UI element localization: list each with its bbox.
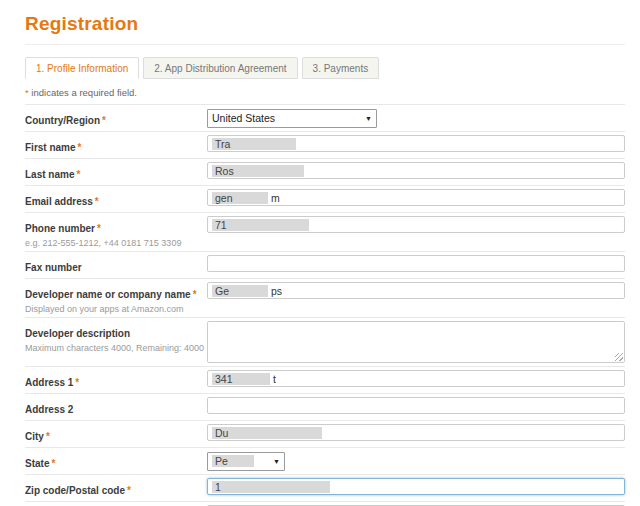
field-label: Address 2 (25, 404, 73, 415)
field-label: Zip code/Postal code (25, 485, 125, 496)
field-label: Address 1 (25, 377, 73, 388)
required-asterisk: * (76, 169, 80, 180)
redacted-value: Ge (212, 285, 268, 297)
required-asterisk: * (78, 142, 82, 153)
phone-number-input[interactable]: 71 (207, 216, 625, 233)
address-2-input[interactable] (207, 397, 625, 414)
field-control-cell: 341t (207, 369, 625, 387)
field-control-cell (207, 320, 625, 363)
form-row-phone-number: Phone number* e.g. 212-555-1212, +44 018… (25, 212, 625, 251)
redacted-value: 1 (212, 481, 330, 493)
required-asterisk: * (97, 223, 101, 234)
chevron-down-icon: ▼ (365, 115, 372, 122)
registration-page: Registration 1. Profile Information2. Ap… (25, 13, 625, 506)
redacted-value: Tra (212, 138, 296, 150)
field-label: Country/Region (25, 115, 100, 126)
first-name-input[interactable]: Tra (207, 135, 625, 152)
tab-2-app-distribution-agreement[interactable]: 2. App Distribution Agreement (143, 57, 297, 79)
email-address-value-suffix: m (271, 192, 280, 204)
field-label: Developer name or company name (25, 289, 191, 300)
last-name-input[interactable]: Ros (207, 162, 625, 179)
field-label: City (25, 431, 44, 442)
field-label: Fax number (25, 262, 82, 273)
required-asterisk: * (127, 485, 131, 496)
field-control-cell: Pe▼ (207, 450, 625, 471)
required-field-note: * indicates a required field. (25, 87, 625, 98)
form-row-developer-description: Developer description Maximum characters… (25, 317, 625, 366)
form-row-developer-name: Developer name or company name* Displaye… (25, 278, 625, 317)
form-row-address-2: Address 2 (25, 393, 625, 420)
required-asterisk: * (193, 289, 197, 300)
field-control-cell: Geps (207, 281, 625, 299)
required-asterisk: * (51, 458, 55, 469)
field-control-cell: Tra (207, 134, 625, 152)
field-control-cell: 71 (207, 215, 625, 233)
title-divider (25, 44, 625, 45)
form-row-customer-support-email: Customer support email address (25, 501, 625, 506)
state-select[interactable]: Pe▼ (207, 452, 285, 471)
field-control-cell: Ros (207, 161, 625, 179)
required-asterisk: * (75, 377, 79, 388)
form-row-address-1: Address 1* 341t (25, 366, 625, 393)
state-value: Pe (212, 455, 254, 467)
chevron-down-icon: ▼ (273, 458, 280, 465)
field-control-cell: United States▼ (207, 107, 625, 128)
required-asterisk: * (95, 196, 99, 207)
field-label: Phone number (25, 223, 95, 234)
redacted-value: 71 (212, 219, 309, 231)
field-control-cell: Du (207, 423, 625, 441)
field-control-cell: genm (207, 188, 625, 206)
form-rows: Country/Region* United States▼ First nam… (25, 104, 625, 506)
form-row-email-address: Email address* genm (25, 185, 625, 212)
form-row-last-name: Last name* Ros (25, 158, 625, 185)
country-region-select[interactable]: United States▼ (207, 109, 377, 128)
redacted-value: 341 (212, 373, 270, 385)
page-title: Registration (25, 13, 625, 35)
required-asterisk: * (46, 431, 50, 442)
resize-grip-icon[interactable] (615, 353, 623, 361)
form-row-country-region: Country/Region* United States▼ (25, 104, 625, 131)
required-note-text: indicates a required field. (29, 87, 137, 98)
form-row-first-name: First name* Tra (25, 131, 625, 158)
developer-name-value-suffix: ps (271, 285, 282, 297)
field-label: State (25, 458, 49, 469)
field-label: Email address (25, 196, 93, 207)
required-asterisk: * (102, 115, 106, 126)
field-helper: Displayed on your apps at Amazon.com (25, 304, 207, 314)
redacted-value: gen (212, 192, 268, 204)
form-row-city: City* Du (25, 420, 625, 447)
redacted-value: Du (212, 427, 322, 439)
field-control-cell (207, 396, 625, 414)
address-1-input[interactable]: 341t (207, 370, 625, 387)
tab-bar: 1. Profile Information2. App Distributio… (25, 57, 625, 79)
field-label: Developer description (25, 328, 130, 339)
zip-postal-code-input[interactable]: 1 (207, 478, 625, 495)
field-label: First name (25, 142, 76, 153)
city-input[interactable]: Du (207, 424, 625, 441)
field-helper: Maximum characters 4000, Remaining: 4000 (25, 343, 207, 353)
form-row-state: State* Pe▼ (25, 447, 625, 474)
developer-description-textarea[interactable] (207, 321, 625, 363)
developer-name-input[interactable]: Geps (207, 282, 625, 299)
redacted-value: Ros (212, 165, 304, 177)
email-address-input[interactable]: genm (207, 189, 625, 206)
field-helper: e.g. 212-555-1212, +44 0181 715 3309 (25, 238, 207, 248)
field-control-cell: 1 (207, 477, 625, 495)
form-row-fax-number: Fax number (25, 251, 625, 278)
address-1-value-suffix: t (273, 373, 276, 385)
tab-1-profile-information[interactable]: 1. Profile Information (25, 57, 139, 79)
fax-number-input[interactable] (207, 255, 625, 272)
form-row-zip-postal-code: Zip code/Postal code* 1 (25, 474, 625, 501)
field-control-cell (207, 254, 625, 272)
tab-3-payments[interactable]: 3. Payments (302, 57, 380, 79)
country-region-value: United States (212, 112, 275, 124)
field-label: Last name (25, 169, 74, 180)
